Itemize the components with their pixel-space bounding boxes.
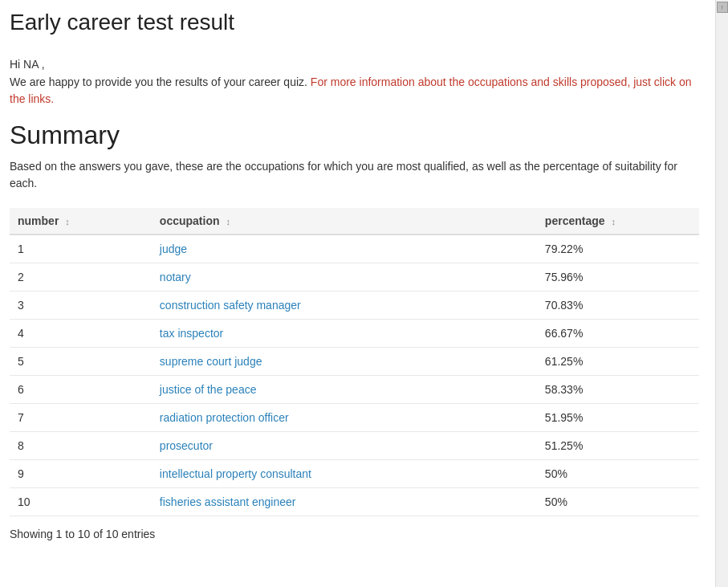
table-body: 1judge79.22%2notary75.96%3construction s… xyxy=(10,234,699,516)
occupation-link[interactable]: notary xyxy=(160,271,191,283)
cell-occupation: radiation protection officer xyxy=(152,404,537,432)
scrollbar-up-arrow[interactable]: ↑ xyxy=(717,2,728,13)
occupation-link[interactable]: intellectual property consultant xyxy=(160,467,311,480)
occupation-link[interactable]: supreme court judge xyxy=(160,355,262,368)
col-header-number[interactable]: number ↕ xyxy=(10,208,152,234)
greeting-detail: We are happy to provide you the results … xyxy=(10,74,699,108)
showing-text: Showing 1 to 10 of 10 entries xyxy=(10,528,699,540)
occupation-link[interactable]: tax inspector xyxy=(160,327,223,340)
cell-percentage: 70.83% xyxy=(537,291,699,320)
cell-number: 6 xyxy=(10,376,152,404)
occupation-link[interactable]: justice of the peace xyxy=(160,383,257,396)
table-row: 6justice of the peace58.33% xyxy=(10,376,699,404)
cell-occupation: fisheries assistant engineer xyxy=(152,488,537,516)
cell-percentage: 66.67% xyxy=(537,320,699,348)
sort-icon-occupation: ↕ xyxy=(226,217,230,226)
cell-number: 7 xyxy=(10,404,152,432)
occupation-link[interactable]: radiation protection officer xyxy=(160,411,289,424)
cell-occupation: construction safety manager xyxy=(152,291,537,320)
occupation-link[interactable]: prosecutor xyxy=(160,439,213,452)
cell-occupation: notary xyxy=(152,263,537,291)
table-row: 7radiation protection officer51.95% xyxy=(10,404,699,432)
table-row: 10fisheries assistant engineer50% xyxy=(10,488,699,516)
cell-percentage: 79.22% xyxy=(537,234,699,263)
summary-heading: Summary xyxy=(10,120,699,150)
cell-occupation: intellectual property consultant xyxy=(152,460,537,488)
cell-occupation: justice of the peace xyxy=(152,376,537,404)
cell-number: 9 xyxy=(10,460,152,488)
table-row: 3construction safety manager70.83% xyxy=(10,291,699,320)
cell-number: 3 xyxy=(10,291,152,320)
cell-occupation: supreme court judge xyxy=(152,348,537,376)
table-row: 2notary75.96% xyxy=(10,263,699,291)
cell-percentage: 50% xyxy=(537,488,699,516)
col-header-percentage[interactable]: percentage ↕ xyxy=(537,208,699,234)
table-row: 8prosecutor51.25% xyxy=(10,432,699,460)
table-header: number ↕ occupation ↕ percentage ↕ xyxy=(10,208,699,234)
header-row: number ↕ occupation ↕ percentage ↕ xyxy=(10,208,699,234)
table-row: 9intellectual property consultant50% xyxy=(10,460,699,488)
page-wrapper: Early career test result Hi NA , We are … xyxy=(0,0,728,587)
cell-percentage: 58.33% xyxy=(537,376,699,404)
cell-number: 8 xyxy=(10,432,152,460)
cell-percentage: 61.25% xyxy=(537,348,699,376)
cell-number: 4 xyxy=(10,320,152,348)
cell-percentage: 51.25% xyxy=(537,432,699,460)
cell-occupation: tax inspector xyxy=(152,320,537,348)
cell-occupation: judge xyxy=(152,234,537,263)
scrollbar[interactable]: ↑ xyxy=(715,0,728,587)
table-row: 5supreme court judge61.25% xyxy=(10,348,699,376)
occupation-link[interactable]: judge xyxy=(160,243,187,255)
occupation-link[interactable]: fisheries assistant engineer xyxy=(160,495,296,508)
main-content: Early career test result Hi NA , We are … xyxy=(0,0,715,587)
sort-icon-number: ↕ xyxy=(65,217,70,226)
greeting-plain-text: We are happy to provide you the results … xyxy=(10,75,307,88)
cell-percentage: 51.95% xyxy=(537,404,699,432)
cell-number: 5 xyxy=(10,348,152,376)
table-row: 4tax inspector66.67% xyxy=(10,320,699,348)
cell-percentage: 50% xyxy=(537,460,699,488)
cell-occupation: prosecutor xyxy=(152,432,537,460)
sort-icon-percentage: ↕ xyxy=(611,217,616,226)
cell-number: 10 xyxy=(10,488,152,516)
table-row: 1judge79.22% xyxy=(10,234,699,263)
cell-number: 2 xyxy=(10,263,152,291)
summary-description: Based on the answers you gave, these are… xyxy=(10,158,699,192)
page-title: Early career test result xyxy=(10,10,699,42)
cell-percentage: 75.96% xyxy=(537,263,699,291)
greeting-line1: Hi NA , xyxy=(10,58,699,71)
cell-number: 1 xyxy=(10,234,152,263)
col-header-occupation[interactable]: occupation ↕ xyxy=(152,208,537,234)
results-table: number ↕ occupation ↕ percentage ↕ 1judg… xyxy=(10,208,699,516)
occupation-link[interactable]: construction safety manager xyxy=(160,299,301,312)
